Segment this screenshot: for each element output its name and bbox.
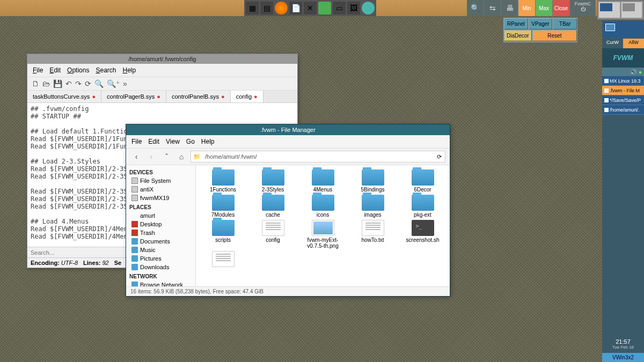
redo-icon[interactable]: ↷ — [75, 79, 82, 88]
menu-options[interactable]: Options — [65, 65, 91, 75]
sidebar-pager[interactable] — [603, 21, 643, 38]
new-file-icon[interactable]: 🗋 — [32, 79, 39, 88]
tab-close-icon[interactable]: ● — [254, 93, 258, 100]
fm-place-item[interactable]: Browse Network — [129, 280, 192, 286]
fm-file-item[interactable]: config — [250, 220, 296, 249]
tab-close-icon[interactable]: ● — [157, 93, 160, 100]
print-icon[interactable]: 🖶 — [501, 0, 518, 16]
minimize-button[interactable]: Min — [518, 0, 536, 16]
fm-file-grid: 1Functions2-3Styles4Menus5Bindings6Decor… — [196, 165, 450, 286]
fm-file-item[interactable]: howTo.txt — [350, 220, 396, 249]
fm-file-item[interactable]: icons — [300, 195, 346, 218]
tray-icon-editor[interactable]: 📄 — [289, 2, 302, 14]
save-icon[interactable]: 💾 — [53, 79, 62, 88]
fm-file-item[interactable]: 7Modules — [200, 195, 246, 218]
menu-edit[interactable]: Edit — [47, 65, 63, 75]
fm-file-item[interactable]: 2-3Styles — [250, 169, 296, 193]
fvwmc-button[interactable]: FvwmC⏻ — [570, 0, 596, 16]
fm-file-item[interactable]: 5Bindings — [350, 169, 396, 193]
cp-reset[interactable]: Reset — [532, 30, 577, 41]
fm-place-item[interactable]: Music — [129, 246, 192, 254]
editor-tab[interactable]: controlPanelB.sys ● — [166, 91, 231, 102]
nav-home-icon[interactable]: ⌂ — [175, 151, 187, 162]
pager[interactable] — [597, 0, 644, 20]
more-icon[interactable]: » — [123, 79, 127, 88]
fm-place-item[interactable]: amurt — [129, 211, 192, 220]
path-bar[interactable]: 📁/home/amurt/.fvwm/ ⟳ — [191, 151, 445, 162]
fm-file-item[interactable]: 1Functions — [200, 169, 246, 193]
tray-icon-app1[interactable]: ▦ — [246, 2, 259, 14]
cp-tbar[interactable]: TBar — [553, 18, 577, 29]
fm-place-item[interactable]: File System — [129, 176, 192, 185]
tray-icon-green[interactable] — [318, 2, 331, 14]
vwin-button[interactable]: VWin3x2 — [602, 353, 644, 362]
fm-file-item[interactable]: cache — [250, 195, 296, 218]
search-icon[interactable]: 🔍 — [94, 79, 104, 88]
pager-cell-1[interactable] — [598, 2, 620, 18]
sound-indicator[interactable]: 🔊● — [602, 68, 644, 76]
fm-file-item[interactable]: scripts — [200, 220, 246, 249]
sidebar-window-item[interactable]: */Save/Save/P — [602, 95, 644, 105]
fm-menu-edit[interactable]: Edit — [146, 137, 162, 146]
fm-place-item[interactable]: Downloads — [129, 263, 192, 271]
fm-menu-help[interactable]: Help — [199, 137, 217, 146]
fm-file-item[interactable] — [200, 251, 246, 268]
fm-file-item[interactable]: 4Menus — [300, 169, 346, 193]
menu-help[interactable]: Help — [120, 65, 138, 75]
workspace-icon[interactable]: ⇆ — [484, 0, 501, 16]
sidebar-window-item[interactable]: MX Linux 19.3 — [602, 76, 644, 86]
fm-file-item[interactable]: 6Decor — [400, 169, 445, 193]
replace-icon[interactable]: 🔍⁺ — [107, 79, 120, 88]
sidebar-window-item[interactable]: /home/amurt/. — [602, 105, 644, 115]
editor-tab[interactable]: taskButtonsCurve.sys ● — [27, 91, 101, 102]
editor-titlebar[interactable]: /home/amurt/.fvwm/config — [27, 54, 297, 64]
cp-vpager[interactable]: VPager — [529, 18, 553, 29]
fm-file-item[interactable]: screenshot.sh — [400, 220, 445, 249]
fm-menu-file[interactable]: File — [129, 137, 144, 146]
close-button[interactable]: Close — [553, 0, 570, 16]
sidebar-window-item[interactable]: .fvwm - File M — [602, 86, 644, 95]
tray-icon-pic[interactable]: 🖼 — [347, 2, 360, 14]
fm-place-item[interactable]: Trash — [129, 228, 192, 237]
file-icon — [212, 251, 235, 267]
fm-file-item[interactable]: images — [350, 195, 396, 218]
cp-rpanel[interactable]: RPanel — [504, 18, 528, 29]
sidebar-tab-curw[interactable]: CurW — [602, 39, 623, 48]
sidebar-tab-allw[interactable]: AllW — [623, 39, 644, 48]
nav-forward-icon[interactable]: › — [145, 151, 157, 162]
search-icon[interactable]: 🔍 — [467, 0, 484, 16]
folder-icon — [412, 169, 434, 186]
fm-place-item[interactable]: Documents — [129, 237, 192, 246]
tray-icon-teal[interactable] — [362, 2, 375, 14]
fm-place-item[interactable]: antiX — [129, 185, 192, 194]
fm-menu-go[interactable]: Go — [184, 137, 197, 146]
tray-icon-files[interactable]: ▭ — [333, 2, 346, 14]
nav-up-icon[interactable]: ˄ — [160, 151, 172, 162]
maximize-button[interactable]: Max — [536, 0, 553, 16]
fm-place-item[interactable]: fvwmMX19 — [129, 194, 192, 202]
undo-icon[interactable]: ↶ — [65, 79, 72, 88]
tab-close-icon[interactable]: ● — [221, 93, 225, 100]
editor-menubar: File Edit Options Search Help — [27, 64, 297, 77]
editor-tab[interactable]: controlPagerB.sys ● — [101, 91, 166, 102]
open-file-icon[interactable]: 🗁 — [42, 79, 50, 88]
tray-icon-firefox[interactable] — [275, 2, 288, 14]
cp-diadecor[interactable]: DiaDecor — [504, 30, 532, 41]
tray-icon-app2[interactable]: ▤ — [260, 2, 273, 14]
fm-menu-view[interactable]: View — [164, 137, 182, 146]
fm-file-item[interactable]: pkg-ext — [400, 195, 445, 218]
refresh-icon[interactable]: ⟳ — [434, 153, 445, 160]
menu-search[interactable]: Search — [93, 65, 118, 75]
fm-titlebar[interactable]: .fvwm - File Manager — [126, 124, 450, 135]
nav-back-icon[interactable]: ‹ — [130, 151, 142, 162]
editor-tab[interactable]: config ● — [231, 91, 264, 102]
fm-file-item[interactable]: fvwm-myExt-v0.7.5-th.png — [300, 220, 346, 249]
tab-close-icon[interactable]: ● — [92, 93, 96, 100]
refresh-icon[interactable]: ⟳ — [85, 79, 91, 88]
menu-file[interactable]: File — [31, 65, 45, 75]
tray-icon-tools[interactable]: ✕ — [304, 2, 317, 14]
fm-place-item[interactable]: Pictures — [129, 254, 192, 263]
sh-icon — [412, 220, 434, 236]
pager-cell-2[interactable] — [621, 2, 643, 18]
fm-place-item[interactable]: Desktop — [129, 220, 192, 228]
